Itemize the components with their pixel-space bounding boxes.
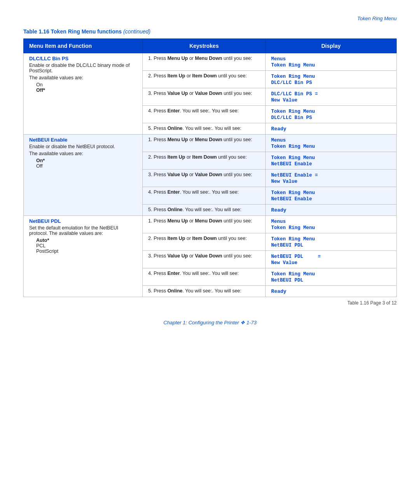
keystroke-cell: 2. Press Item Up or Item Down until you … (143, 71, 266, 88)
menu-item-values: OnOff* (36, 82, 137, 93)
keystroke-cell: 5. Press Online. You will see:. You will… (143, 205, 266, 216)
display-code: Token Ring Menu NetBEUI Enable (271, 155, 315, 167)
display-cell: Token Ring Menu DLC/LLC Bin PS (266, 71, 397, 88)
menu-item-desc: Enable or disable the NetBEUI protocol. (29, 144, 137, 149)
menu-item-desc: Set the default emulation for the NetBEU… (29, 225, 137, 236)
display-code: NetBEUI PDL = New Value (271, 254, 321, 266)
keystroke-cell: 4. Press Enter. You will see:. You will … (143, 106, 266, 123)
display-cell: Token Ring Menu NetBEUI PDL (266, 268, 397, 286)
table-row: NetBEUI PDLSet the default emulation for… (24, 216, 397, 233)
keystroke-cell: 3. Press Value Up or Value Down until yo… (143, 251, 266, 268)
display-cell: NetBEUI PDL = New Value (266, 251, 397, 268)
keystroke-cell: 4. Press Enter. You will see:. You will … (143, 268, 266, 286)
display-ready: Ready (271, 126, 286, 132)
menu-item-values: Auto*PCLPostScript (36, 238, 137, 254)
display-cell: Token Ring Menu DLC/LLC Bin PS (266, 106, 397, 123)
display-code: DLC/LLC Bin PS = New Value (271, 91, 318, 103)
display-cell: DLC/LLC Bin PS = New Value (266, 88, 397, 106)
display-cell: Token Ring Menu NetBEUI Enable (266, 187, 397, 205)
menu-item-cell: NetBEUI EnableEnable or disable the NetB… (24, 135, 143, 216)
page-footer: Chapter 1: Configuring the Printer ❖ 1-7… (23, 320, 397, 326)
display-cell: Menus Token Ring Menu (266, 53, 397, 71)
keystroke-cell: 3. Press Value Up or Value Down until yo… (143, 88, 266, 106)
menu-item-name: NetBEUI PDL (29, 218, 137, 224)
keystroke-cell: 3. Press Value Up or Value Down until yo… (143, 170, 266, 187)
menu-item-values: On*Off (36, 158, 137, 169)
menu-values-label: The available values are: (29, 75, 137, 80)
menu-item-name: NetBEUI Enable (29, 137, 137, 143)
keystroke-cell: 1. Press Menu Up or Menu Down until you … (143, 135, 266, 152)
table-footer: Table 1.16 Page 3 of 12 (23, 300, 397, 306)
display-ready: Ready (271, 207, 286, 213)
keystroke-cell: 2. Press Item Up or Item Down until you … (143, 233, 266, 251)
keystroke-cell: 5. Press Online. You will see:. You will… (143, 286, 266, 297)
display-code: Menus Token Ring Menu (271, 56, 315, 68)
keystroke-cell: 5. Press Online. You will see:. You will… (143, 123, 266, 135)
display-cell: Menus Token Ring Menu (266, 135, 397, 152)
display-code: Token Ring Menu NetBEUI Enable (271, 190, 315, 202)
page-header: Token Ring Menu (23, 16, 397, 21)
table-title: Table 1.16 Token Ring Menu functions (co… (23, 28, 397, 35)
display-code: Token Ring Menu DLC/LLC Bin PS (271, 109, 315, 121)
keystroke-cell: 1. Press Menu Up or Menu Down until you … (143, 216, 266, 233)
display-code: NetBEUI Enable = New Value (271, 173, 318, 184)
display-cell: NetBEUI Enable = New Value (266, 170, 397, 187)
display-cell: Menus Token Ring Menu (266, 216, 397, 233)
keystroke-cell: 4. Press Enter. You will see:. You will … (143, 187, 266, 205)
table-row: DLC/LLC Bin PSEnable or disable the DLC/… (24, 53, 397, 71)
display-cell: Ready (266, 286, 397, 297)
display-ready: Ready (271, 289, 286, 294)
display-code: Token Ring Menu NetBEUI PDL (271, 271, 315, 283)
menu-values-label: The available values are: (29, 151, 137, 156)
col-header-keystrokes: Keystrokes (143, 39, 266, 53)
keystroke-cell: 2. Press Item Up or Item Down until you … (143, 152, 266, 170)
display-cell: Token Ring Menu NetBEUI Enable (266, 152, 397, 170)
display-code: Menus Token Ring Menu (271, 219, 315, 231)
menu-item-desc: Enable or disable the DLC/LLC binary mod… (29, 63, 137, 74)
main-table: Menu Item and Function Keystrokes Displa… (23, 38, 397, 297)
table-header-row: Menu Item and Function Keystrokes Displa… (24, 39, 397, 53)
display-cell: Token Ring Menu NetBEUI PDL (266, 233, 397, 251)
display-code: Token Ring Menu NetBEUI PDL (271, 236, 315, 248)
display-cell: Ready (266, 123, 397, 135)
table-row: NetBEUI EnableEnable or disable the NetB… (24, 135, 397, 152)
display-cell: Ready (266, 205, 397, 216)
keystroke-cell: 1. Press Menu Up or Menu Down until you … (143, 53, 266, 71)
menu-item-cell: NetBEUI PDLSet the default emulation for… (24, 216, 143, 297)
col-header-display: Display (266, 39, 397, 53)
col-header-menu: Menu Item and Function (24, 39, 143, 53)
menu-item-cell: DLC/LLC Bin PSEnable or disable the DLC/… (24, 53, 143, 135)
menu-item-name: DLC/LLC Bin PS (29, 56, 137, 61)
display-code: Token Ring Menu DLC/LLC Bin PS (271, 74, 315, 86)
display-code: Menus Token Ring Menu (271, 138, 315, 149)
